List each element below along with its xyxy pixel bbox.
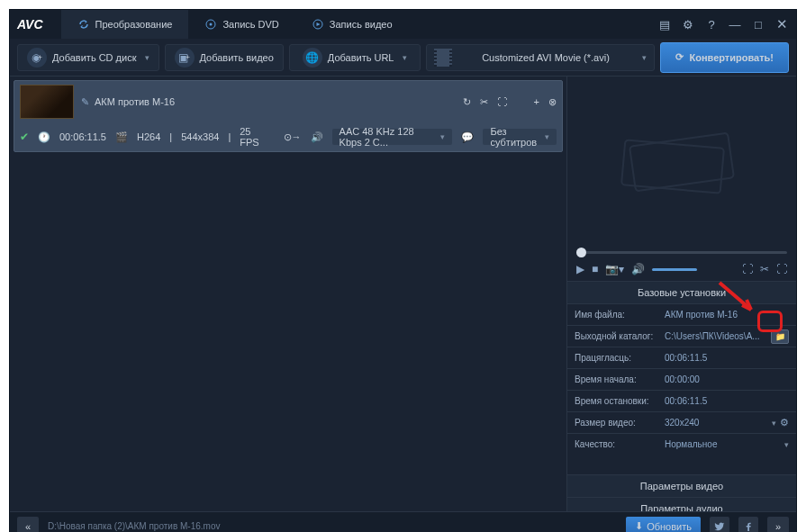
tab-label: Запись DVD <box>222 19 278 30</box>
fullscreen-icon[interactable]: ⛶ <box>742 263 753 275</box>
stop-icon[interactable]: ■ <box>592 263 598 275</box>
row-size: Размер видео: 320x240 ▾ ⚙ <box>567 411 796 433</box>
btn-label: Добавить видео <box>200 52 274 63</box>
twitter-icon[interactable] <box>710 517 729 533</box>
value: 00:06:11.5 <box>665 353 789 363</box>
tab-label: Запись видео <box>330 19 393 30</box>
pencil-icon[interactable]: ✎ <box>81 96 89 108</box>
minimize-icon[interactable]: — <box>728 17 742 32</box>
remove-icon[interactable]: ⊗ <box>548 96 557 108</box>
filmstrip-placeholder <box>614 117 749 207</box>
expand-button[interactable]: » <box>767 517 789 533</box>
label: Працягласць: <box>575 353 665 363</box>
menu-icon[interactable]: ▤ <box>657 17 672 32</box>
convert-button[interactable]: ⟳ Конвертировать! <box>660 42 789 73</box>
settings-title: Базовые установки <box>567 282 796 303</box>
value[interactable]: 00:00:00 <box>665 374 789 384</box>
chevron-down-icon: ▾ <box>642 53 647 62</box>
crop-icon[interactable]: ⛶ <box>497 96 507 107</box>
row-filename: Имя файла: АКМ против М-16 <box>567 303 796 325</box>
file-list: ✎ АКМ против М-16 ↻ ✂ ⛶ + ⊗ ✔ 🕐 <box>10 77 566 511</box>
add-video-button[interactable]: ▣+ Добавить видео <box>165 44 284 71</box>
right-panel: ▶ ■ 📷▾ 🔊 ⛶ ✂ ⛶ Базовые установки Имя фай… <box>566 77 796 511</box>
file-path: D:\Новая папка (2)\АКМ против М-16.mov <box>48 521 617 531</box>
download-icon: ⬇ <box>635 520 643 532</box>
settings-panel: Базовые установки Имя файла: АКМ против … <box>567 282 796 511</box>
codec-text: H264 <box>137 131 160 142</box>
btn-label: Конвертировать! <box>689 52 774 63</box>
film-icon <box>434 49 452 67</box>
volume-slider[interactable] <box>652 268 697 271</box>
chevron-down-icon[interactable]: ▾ <box>784 440 789 449</box>
close-icon[interactable]: ✕ <box>774 17 789 32</box>
app-logo: AVC <box>17 17 43 32</box>
file-item[interactable]: ✎ АКМ против М-16 ↻ ✂ ⛶ + ⊗ ✔ 🕐 <box>14 80 563 152</box>
maximize-icon[interactable]: □ <box>751 17 765 32</box>
titlebar: AVC Преобразование Запись DVD Запись вид… <box>10 10 796 39</box>
video-plus-icon: ▣+ <box>175 48 195 68</box>
item-details: ✔ 🕐 00:06:11.5 🎬 H264 | 544x384 | 25 FPS… <box>14 122 562 151</box>
collapse-button[interactable]: « <box>17 517 39 533</box>
video-params-button[interactable]: Параметры видео <box>567 474 796 497</box>
volume-icon[interactable]: 🔊 <box>631 263 645 275</box>
app-window: AVC Преобразование Запись DVD Запись вид… <box>9 9 797 532</box>
profile-selector[interactable]: Customized AVI Movie (*.avi) ▾ <box>426 44 656 71</box>
check-icon[interactable]: ✔ <box>20 131 29 143</box>
thumbnail <box>20 85 74 119</box>
item-title: АКМ против М-16 <box>95 96 175 107</box>
tab-record[interactable]: Запись видео <box>295 10 409 39</box>
value[interactable]: 00:06:11.5 <box>665 396 789 406</box>
label: Обновить <box>647 521 692 532</box>
subtitle-icon: 💬 <box>461 131 474 143</box>
seek-slider[interactable] <box>567 248 796 257</box>
tab-label: Преобразование <box>95 19 173 30</box>
camera-icon[interactable]: 📷▾ <box>605 263 624 275</box>
chevron-down-icon: ▾ <box>145 53 149 62</box>
size-value[interactable]: 320x240 <box>665 418 769 428</box>
quality-value[interactable]: Нормальное <box>665 439 782 449</box>
svg-point-1 <box>210 23 213 26</box>
settings-icon[interactable]: ⚙ <box>681 17 695 32</box>
chevron-down-icon: ▾ <box>440 132 445 141</box>
label: Время начала: <box>575 374 665 384</box>
gear-icon[interactable]: ⚙ <box>780 417 789 428</box>
cut-icon[interactable]: ✂ <box>760 263 769 275</box>
label: Выходной каталог: <box>575 331 665 341</box>
btn-label: Добавить URL <box>328 52 394 63</box>
update-button[interactable]: ⬇ Обновить <box>626 517 701 532</box>
add-icon[interactable]: + <box>534 96 539 107</box>
help-icon[interactable]: ? <box>704 17 719 32</box>
add-cd-button[interactable]: ◉+ Добавить CD диск ▾ <box>17 44 159 71</box>
audio-params-button[interactable]: Параметры аудио <box>567 497 796 511</box>
tab-dvd[interactable]: Запись DVD <box>188 10 294 39</box>
add-url-button[interactable]: 🌐 Добавить URL ▾ <box>289 44 421 71</box>
codec-icon: 🎬 <box>115 131 128 143</box>
subtitle-selector[interactable]: Без субтитров ▾ <box>483 129 557 145</box>
facebook-icon[interactable] <box>738 517 758 533</box>
row-output: Выходной каталог: C:\Users\ПК\Videos\A..… <box>567 325 796 347</box>
cut-icon[interactable]: ✂ <box>480 96 488 108</box>
chevron-down-icon: ▾ <box>545 132 549 141</box>
crop-icon[interactable]: ⛶ <box>776 263 787 275</box>
item-header: ✎ АКМ против М-16 ↻ ✂ ⛶ + ⊗ <box>14 81 562 122</box>
label: Время остановки: <box>575 396 665 406</box>
cd-plus-icon: ◉+ <box>27 48 47 68</box>
btn-label: Добавить CD диск <box>52 52 137 63</box>
label: Размер видео: <box>575 418 665 428</box>
statusbar: « D:\Новая папка (2)\АКМ против М-16.mov… <box>10 511 796 532</box>
browse-folder-button[interactable]: 📁 <box>771 329 789 344</box>
refresh-icon[interactable]: ↻ <box>463 96 471 108</box>
duration-text: 00:06:11.5 <box>59 131 106 142</box>
tab-convert[interactable]: Преобразование <box>61 10 189 39</box>
toolbar: ◉+ Добавить CD диск ▾ ▣+ Добавить видео … <box>10 39 796 77</box>
record-icon <box>312 18 324 31</box>
chevron-down-icon[interactable]: ▾ <box>772 419 776 428</box>
output-value[interactable]: C:\Users\ПК\Videos\A... <box>665 331 767 341</box>
content-area: ✎ АКМ против М-16 ↻ ✂ ⛶ + ⊗ ✔ 🕐 <box>10 77 796 511</box>
filename-value[interactable]: АКМ против М-16 <box>665 310 789 320</box>
label: Качество: <box>575 439 665 449</box>
play-icon[interactable]: ▶ <box>576 263 584 275</box>
refresh-icon: ⟳ <box>675 51 684 63</box>
row-stop: Время остановки: 00:06:11.5 <box>567 390 796 411</box>
audio-selector[interactable]: AAC 48 KHz 128 Kbps 2 C... ▾ <box>332 129 453 145</box>
